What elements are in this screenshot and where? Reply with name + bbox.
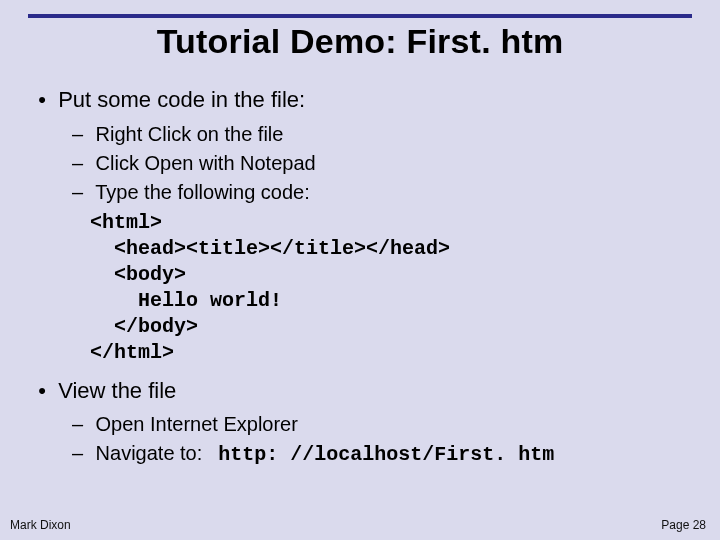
dash-icon: –: [72, 150, 90, 177]
list-item: – Click Open with Notepad: [72, 150, 688, 177]
list-item: – Open Internet Explorer: [72, 411, 688, 438]
bullet-marker: •: [32, 376, 52, 406]
title-rule: [28, 14, 692, 18]
code-block: <html> <head><title></title></head> <bod…: [90, 210, 688, 366]
code-line: <head><title></title></head>: [90, 237, 450, 260]
footer-author: Mark Dixon: [10, 518, 71, 532]
bullet-view-file: • View the file: [32, 376, 688, 406]
sub-list-1: – Right Click on the file – Click Open w…: [72, 121, 688, 206]
bullet-text: Put some code in the file:: [58, 87, 305, 112]
slide-footer: Mark Dixon Page 28: [10, 518, 706, 532]
sub-text: Right Click on the file: [96, 123, 284, 145]
slide-title: Tutorial Demo: First. htm: [0, 22, 720, 61]
sub-text: Open Internet Explorer: [96, 413, 298, 435]
dash-icon: –: [72, 121, 90, 148]
sub-text: Navigate to:: [96, 442, 203, 464]
list-item: – Right Click on the file: [72, 121, 688, 148]
footer-page: Page 28: [661, 518, 706, 532]
dash-icon: –: [72, 440, 90, 467]
slide-content: • Put some code in the file: – Right Cli…: [0, 61, 720, 468]
sub-text: Click Open with Notepad: [96, 152, 316, 174]
code-line: <body>: [90, 263, 186, 286]
navigate-url: http: //localhost/First. htm: [218, 443, 554, 466]
dash-icon: –: [72, 411, 90, 438]
sub-text: Type the following code:: [95, 181, 310, 203]
code-line: Hello world!: [90, 289, 282, 312]
list-item: – Navigate to:http: //localhost/First. h…: [72, 440, 688, 468]
sub-list-2: – Open Internet Explorer – Navigate to:h…: [72, 411, 688, 468]
code-line: <html>: [90, 211, 162, 234]
dash-icon: –: [72, 179, 90, 206]
bullet-marker: •: [32, 85, 52, 115]
list-item: – Type the following code:: [72, 179, 688, 206]
bullet-text: View the file: [58, 378, 176, 403]
code-line: </html>: [90, 341, 174, 364]
code-line: </body>: [90, 315, 198, 338]
bullet-put-code: • Put some code in the file:: [32, 85, 688, 115]
